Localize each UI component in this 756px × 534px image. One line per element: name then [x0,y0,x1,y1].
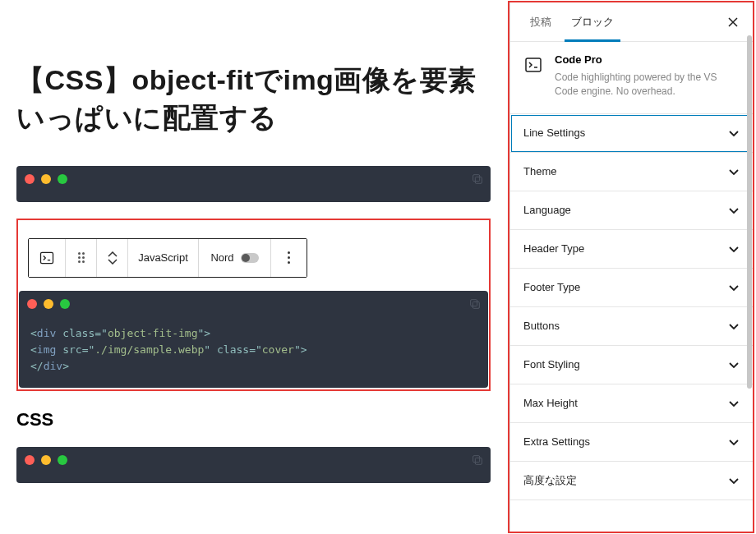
panel-advanced[interactable]: 高度な設定 [510,462,753,500]
copy-icon[interactable] [471,453,484,467]
chevron-down-icon [728,436,740,448]
panel-extra-settings[interactable]: Extra Settings [510,423,753,462]
panel-label: Font Styling [523,358,580,371]
block-name: Code Pro [555,53,740,66]
code-content[interactable]: <div class="object-fit-img"> <img src=".… [19,317,488,388]
block-type-icon [523,55,543,75]
more-options-button[interactable] [270,239,307,277]
drag-icon [78,252,85,263]
chevron-down-icon [728,359,740,371]
traffic-green-icon [58,174,67,184]
traffic-red-icon [25,455,35,465]
panel-header-type[interactable]: Header Type [510,230,753,269]
kebab-icon [288,251,290,264]
panel-label: Extra Settings [523,435,590,448]
traffic-red-icon [27,299,37,309]
selected-block-region: JavaScript Nord <div clas [16,219,491,391]
panel-language[interactable]: Language [510,191,753,230]
code-block-header [19,291,488,317]
language-button[interactable]: JavaScript [127,239,198,277]
chevron-down-icon [728,282,740,293]
move-buttons[interactable] [96,239,127,277]
code-block-header [16,166,491,192]
panel-label: 高度な設定 [523,473,577,488]
toolbar-group: JavaScript Nord [28,238,307,278]
drag-handle-button[interactable] [65,239,96,277]
traffic-yellow-icon [41,455,51,465]
block-type-button[interactable] [29,239,65,277]
block-info: Code Pro Code highlighting powered by th… [510,42,753,114]
block-toolbar: JavaScript Nord [28,238,489,278]
panel-buttons[interactable]: Buttons [510,307,753,346]
theme-toggle-icon [241,253,259,263]
svg-rect-0 [475,177,482,183]
panel-label: Max Height [523,397,578,409]
panel-label: Header Type [523,242,584,255]
code-block-header [16,447,491,473]
close-sidebar-button[interactable] [725,14,741,30]
svg-rect-1 [473,174,480,181]
traffic-lights [27,299,70,309]
traffic-lights [25,455,67,465]
copy-icon[interactable] [468,297,482,311]
panel-label: Line Settings [523,127,585,139]
svg-rect-3 [472,302,479,308]
panel-label: Language [523,204,571,216]
chevron-down-icon [728,166,740,177]
code-block-placeholder-2[interactable] [16,447,491,483]
traffic-yellow-icon [44,299,53,309]
tab-post[interactable]: 投稿 [520,2,561,41]
svg-rect-6 [473,456,480,463]
theme-label: Nord [210,251,233,264]
panel-label: Theme [523,165,556,177]
traffic-green-icon [60,299,70,309]
chevron-down-icon [728,398,740,409]
code-block-selected[interactable]: <div class="object-fit-img"> <img src=".… [19,291,488,388]
terminal-icon [39,250,55,266]
block-description: Code highlighting powered by the VS Code… [555,71,740,99]
tab-block[interactable]: ブロック [561,2,624,41]
chevron-down-icon [728,320,740,332]
page-title[interactable]: 【CSS】object-fitでimg画像を要素いっぱいに配置する [16,62,491,137]
traffic-red-icon [25,174,35,184]
chevron-down-icon [728,205,740,216]
traffic-green-icon [58,455,67,465]
panel-font-styling[interactable]: Font Styling [510,346,753,384]
chevron-down-icon [728,475,740,486]
panel-label: Footer Type [523,281,580,293]
panel-label: Buttons [523,320,560,332]
panel-max-height[interactable]: Max Height [510,384,753,423]
copy-icon[interactable] [471,173,484,186]
settings-sidebar: 投稿 ブロック Code Pro Code highlighting power… [508,1,754,533]
panel-line-settings[interactable]: Line Settings [510,114,753,153]
traffic-yellow-icon [41,174,51,184]
sidebar-scrollbar[interactable] [747,35,752,389]
move-up-down-icon [108,251,118,265]
theme-button[interactable]: Nord [198,239,270,277]
sidebar-tabs: 投稿 ブロック [510,2,753,42]
panel-footer-type[interactable]: Footer Type [510,269,753,307]
svg-rect-7 [526,58,541,71]
editor-main: 【CSS】object-fitでimg画像を要素いっぱいに配置する [0,0,507,534]
chevron-down-icon [728,243,740,255]
code-block-placeholder-1[interactable] [16,166,491,202]
chevron-down-icon [728,127,740,139]
svg-rect-5 [475,458,482,465]
panel-theme[interactable]: Theme [510,153,753,191]
svg-rect-4 [471,299,477,306]
close-icon [726,16,740,29]
svg-rect-2 [41,252,53,263]
section-heading-css[interactable]: CSS [16,409,491,430]
traffic-lights [25,174,67,184]
